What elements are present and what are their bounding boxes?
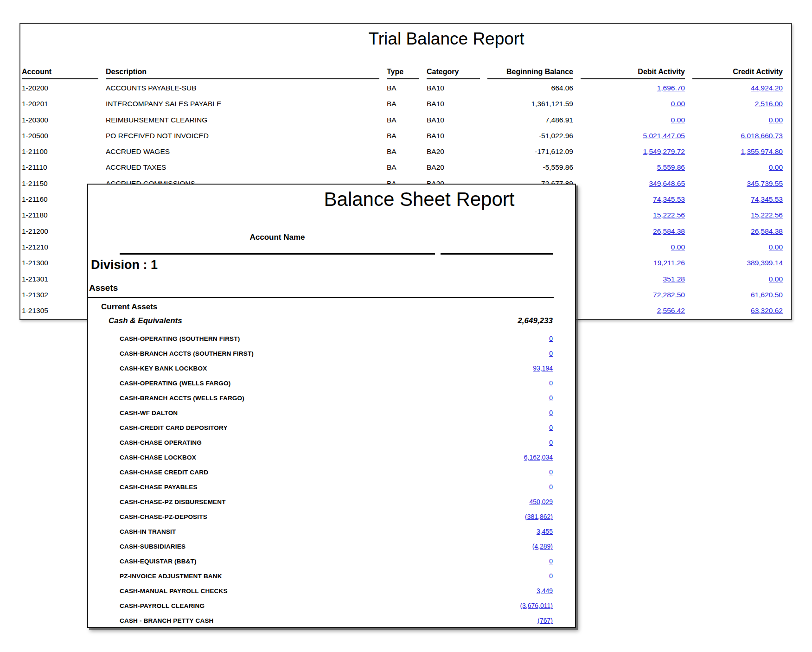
credit-activity-link[interactable]: 0.00 (769, 243, 783, 251)
account-balance-link[interactable]: 0 (549, 394, 553, 402)
debit-activity-link[interactable]: 0.00 (671, 116, 685, 124)
header-underline-right (441, 253, 553, 255)
account-name-label: CASH - BRANCH PETTY CASH (120, 617, 214, 624)
credit-activity-link[interactable]: 345,739.55 (747, 179, 783, 187)
account-name-label: CASH-MANUAL PAYROLL CHECKS (120, 588, 228, 594)
header-underline-left (120, 253, 435, 255)
category-cell: BA10 (427, 128, 480, 144)
category-cell: BA20 (427, 160, 480, 175)
account-name-label: CASH-BRANCH ACCTS (SOUTHERN FIRST) (120, 350, 254, 357)
account-balance-link[interactable]: 0 (549, 439, 553, 446)
account-name-label: CASH-PAYROLL CLEARING (120, 602, 205, 609)
description-cell: ACCOUNTS PAYABLE-SUB (106, 80, 379, 96)
account-balance-link[interactable]: 0 (549, 335, 553, 342)
debit-activity-link[interactable]: 2,556.42 (657, 307, 685, 314)
credit-activity-link[interactable]: 26,584.38 (751, 227, 783, 235)
account-balance-link[interactable]: 0 (549, 350, 553, 357)
account-balance-link[interactable]: 450,029 (529, 498, 553, 505)
account-name-label: CASH-EQUISTAR (BB&T) (120, 558, 197, 565)
credit-activity-link[interactable]: 1,355,974.80 (741, 147, 783, 155)
account-balance-link[interactable]: 0 (549, 424, 553, 431)
credit-activity-link[interactable]: 74,345.53 (751, 195, 783, 203)
account-name-label: CASH-CHASE LOCKBOX (120, 454, 196, 461)
list-item: CASH-CHASE OPERATING 0 (88, 435, 553, 450)
debit-activity-link[interactable]: 1,549,279.72 (643, 147, 685, 155)
account-balance-link[interactable]: (381,862) (525, 513, 553, 520)
debit-activity-link[interactable]: 26,584.38 (653, 227, 685, 235)
type-cell: BA (387, 128, 419, 144)
credit-activity-link[interactable]: 44,924.20 (751, 84, 783, 92)
account-balance-link[interactable]: (4,289) (532, 543, 553, 550)
account-balance-link[interactable]: 3,455 (537, 528, 553, 535)
type-cell: BA (387, 144, 419, 160)
list-item: CASH-BRANCH ACCTS (WELLS FARGO) 0 (88, 390, 553, 405)
credit-activity-link[interactable]: 15,222.56 (751, 211, 783, 219)
assets-section-label: Assets (89, 283, 118, 293)
column-header-description: Description (106, 66, 379, 79)
account-balance-link[interactable]: 93,194 (533, 364, 553, 372)
account-name-label: CASH-CHASE-PZ DISBURSEMENT (120, 499, 226, 505)
list-item: CASH-EQUISTAR (BB&T) 0 (88, 554, 553, 569)
list-item: CASH-SUBSIDIARIES (4,289) (88, 539, 553, 554)
debit-activity-link[interactable]: 15,222.56 (653, 211, 685, 219)
account-balance-link[interactable]: 0 (549, 483, 553, 491)
account-name-label: CASH-CHASE-PZ-DEPOSITS (120, 513, 207, 520)
account-balance-link[interactable]: 3,449 (537, 587, 553, 594)
debit-activity-link[interactable]: 5,021,447.05 (643, 132, 685, 140)
trial-balance-header-row: Account Description Type Category Beginn… (20, 66, 791, 79)
debit-activity-link[interactable]: 72,282.50 (653, 291, 685, 299)
current-assets-subsection-label: Current Assets (101, 302, 157, 312)
list-item: CASH-WF DALTON 0 (88, 405, 553, 420)
account-name-label: CASH-KEY BANK LOCKBOX (120, 365, 207, 372)
account-balance-link[interactable]: 0 (549, 468, 553, 476)
list-item: CASH-CHASE-PZ-DEPOSITS (381,862) (88, 509, 553, 524)
account-name-label: CASH-WF DALTON (120, 409, 178, 416)
account-cell: 1-20201 (22, 96, 98, 112)
balance-sheet-report-title: Balance Sheet Report (263, 188, 575, 211)
account-name-label: CASH-CHASE PAYABLES (120, 484, 198, 491)
account-balance-link[interactable]: 0 (549, 379, 553, 387)
account-name-label: CASH-CREDIT CARD DEPOSITORY (120, 424, 228, 431)
account-balance-link[interactable]: 0 (549, 409, 553, 416)
trial-balance-report-title: Trial Balance Report (20, 28, 791, 50)
debit-activity-link[interactable]: 1,696.70 (657, 84, 685, 92)
account-balance-link[interactable]: (767) (537, 617, 553, 624)
account-balance-link[interactable]: 6,162,034 (524, 454, 553, 461)
account-balance-link[interactable]: 0 (549, 557, 553, 565)
column-header-type: Type (387, 66, 419, 79)
debit-activity-link[interactable]: 349,648.65 (649, 179, 685, 187)
description-cell: ACCRUED TAXES (106, 160, 379, 175)
credit-activity-link[interactable]: 2,516.00 (755, 100, 783, 108)
list-item: CASH-CHASE-PZ DISBURSEMENT 450,029 (88, 494, 553, 509)
debit-activity-link[interactable]: 74,345.53 (653, 195, 685, 203)
credit-activity-link[interactable]: 389,399.14 (747, 259, 783, 267)
debit-activity-link[interactable]: 5,559.86 (657, 163, 685, 171)
credit-activity-link[interactable]: 61,620.50 (751, 291, 783, 299)
beginning-balance-cell: 664.06 (487, 80, 573, 96)
credit-activity-link[interactable]: 0.00 (769, 275, 783, 283)
beginning-balance-cell: -171,612.09 (487, 144, 573, 160)
list-item: CASH-CHASE CREDIT CARD 0 (88, 465, 553, 479)
debit-activity-link[interactable]: 351.28 (663, 275, 685, 283)
credit-activity-link[interactable]: 6,018,660.73 (741, 132, 783, 140)
account-name-label: CASH-CHASE OPERATING (120, 439, 202, 446)
debit-activity-link[interactable]: 19,211.26 (653, 259, 685, 267)
account-balance-link[interactable]: (3,676,011) (520, 602, 553, 609)
list-item: CASH-IN TRANSIT 3,455 (88, 524, 553, 539)
credit-activity-link[interactable]: 0.00 (769, 116, 783, 124)
table-row: 1-21100 ACCRUED WAGES BA BA20 -171,612.0… (20, 144, 791, 160)
column-header-account: Account (22, 66, 98, 79)
account-cell: 1-20300 (22, 112, 98, 128)
debit-activity-link[interactable]: 0.00 (671, 100, 685, 108)
table-row: 1-20200 ACCOUNTS PAYABLE-SUB BA BA10 664… (20, 80, 791, 96)
list-item: CASH-CHASE PAYABLES 0 (88, 479, 553, 494)
credit-activity-link[interactable]: 0.00 (769, 163, 783, 171)
debit-activity-link[interactable]: 0.00 (671, 243, 685, 251)
cash-equivalents-total: 2,649,233 (518, 316, 553, 326)
account-balance-link[interactable]: 0 (549, 572, 553, 580)
description-cell: PO RECEIVED NOT INVOICED (106, 128, 379, 144)
type-cell: BA (387, 112, 419, 128)
category-cell: BA10 (427, 96, 480, 112)
credit-activity-link[interactable]: 63,320.62 (751, 307, 783, 314)
assets-section-divider (88, 297, 554, 298)
